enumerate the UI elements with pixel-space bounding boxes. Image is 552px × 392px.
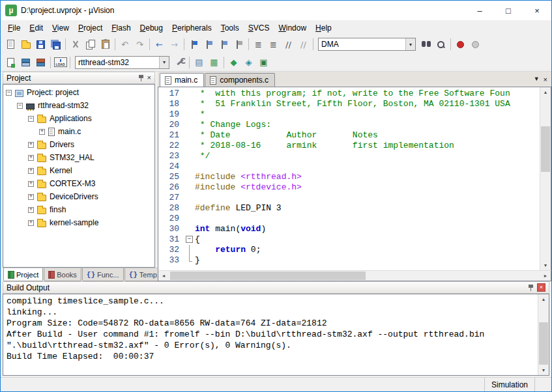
close-button[interactable]: ×	[523, 1, 551, 20]
tab-list-icon[interactable]: ▼	[534, 76, 540, 83]
panel-tab-books[interactable]: Books	[44, 268, 81, 281]
menu-project[interactable]: Project	[74, 21, 107, 35]
tree-item-main-c[interactable]: +main.c	[3, 125, 154, 138]
translate-button[interactable]	[3, 55, 18, 70]
editor-horizontal-scrollbar[interactable]: ◄ ►	[158, 270, 551, 281]
bookmark-prev-button[interactable]	[201, 37, 216, 52]
bookmark-toggle-button[interactable]	[186, 37, 201, 52]
search-combo[interactable]: DMA▾	[318, 38, 416, 51]
expand-icon[interactable]: +	[28, 220, 34, 226]
collapse-icon[interactable]: −	[17, 103, 23, 109]
panel-tab-project[interactable]: Project	[3, 268, 43, 281]
bookmark-clear-all-button[interactable]	[231, 37, 246, 52]
cut-button[interactable]	[68, 37, 83, 52]
collapse-icon[interactable]: −	[6, 90, 12, 96]
expand-icon[interactable]: +	[28, 181, 34, 187]
build-vertical-scrollbar[interactable]: ▲ ▼	[538, 294, 549, 375]
menu-view[interactable]: View	[48, 21, 74, 35]
tab-close-icon[interactable]: ×	[544, 76, 547, 83]
copy-button[interactable]	[83, 37, 98, 52]
menu-tools[interactable]: Tools	[216, 21, 244, 35]
rebuild-button[interactable]	[33, 55, 48, 70]
scroll-up-icon[interactable]: ▲	[538, 294, 549, 304]
save-button[interactable]	[33, 37, 48, 52]
tree-item-kernel[interactable]: +Kernel	[3, 164, 154, 177]
menu-window[interactable]: Window	[274, 21, 311, 35]
new-file-button[interactable]	[3, 37, 18, 52]
project-tree[interactable]: −Project: project−rtthread-stm32−Applica…	[3, 84, 155, 268]
menu-debug[interactable]: Debug	[136, 21, 167, 35]
tree-item-devicedrivers[interactable]: +DeviceDrivers	[3, 190, 154, 203]
redo-button[interactable]: ↷	[132, 37, 147, 52]
menu-file[interactable]: File	[3, 21, 25, 35]
paste-button[interactable]	[98, 37, 113, 52]
pin-icon[interactable]	[138, 74, 144, 82]
target-environment-button[interactable]: ▦	[207, 55, 222, 70]
build-button[interactable]	[18, 55, 33, 70]
tree-item-finsh[interactable]: +finsh	[3, 203, 154, 216]
outdent-button[interactable]: ≣	[251, 37, 266, 52]
minimize-button[interactable]: –	[465, 1, 494, 20]
tree-item-kernel-sample[interactable]: +kernel-sample	[3, 216, 154, 229]
maximize-button[interactable]: □	[494, 1, 523, 20]
scrollbar-thumb[interactable]	[541, 126, 550, 172]
close-icon[interactable]: ×	[537, 283, 545, 292]
scroll-up-icon[interactable]: ▲	[540, 87, 551, 97]
scroll-right-icon[interactable]: ►	[540, 273, 551, 278]
find-in-files-button[interactable]	[418, 37, 433, 52]
save-all-button[interactable]	[48, 37, 63, 52]
scroll-down-icon[interactable]: ▼	[538, 365, 549, 375]
expand-icon[interactable]: +	[28, 207, 34, 213]
uncomment-selection-button[interactable]: //	[296, 37, 311, 52]
pin-icon[interactable]	[528, 284, 534, 292]
scrollbar-thumb[interactable]	[170, 272, 366, 280]
target-combo[interactable]: rtthread-stm32▾	[75, 56, 169, 69]
breakpoint-toggle-button[interactable]	[453, 37, 468, 52]
tree-item-cortex-m3[interactable]: +CORTEX-M3	[3, 177, 154, 190]
fold-collapse-icon[interactable]: −	[186, 236, 193, 243]
manage-rte-button[interactable]: ◆	[226, 55, 241, 70]
editor-vertical-scrollbar[interactable]: ▲ ▼	[540, 87, 551, 270]
close-icon[interactable]: ×	[147, 74, 151, 81]
expand-icon[interactable]: +	[28, 168, 34, 174]
menu-peripherals[interactable]: Peripherals	[167, 21, 216, 35]
menu-flash[interactable]: Flash	[107, 21, 135, 35]
expand-icon[interactable]: +	[28, 155, 34, 161]
collapse-icon[interactable]: −	[28, 116, 34, 122]
find-button[interactable]	[433, 37, 448, 52]
breakpoint-disable-button[interactable]	[468, 37, 483, 52]
expand-icon[interactable]: +	[39, 129, 45, 135]
editor-tab-components-c[interactable]: components.c	[205, 73, 275, 87]
scroll-down-icon[interactable]: ▼	[540, 260, 551, 270]
open-file-button[interactable]	[18, 37, 33, 52]
panel-tab-func[interactable]: {}Func...	[82, 268, 124, 281]
bookmark-next-button[interactable]	[216, 37, 231, 52]
indent-button[interactable]: ≣	[266, 37, 281, 52]
expand-icon[interactable]: +	[28, 142, 34, 148]
pack-installer-button[interactable]: ◈	[241, 55, 256, 70]
menu-svcs[interactable]: SVCS	[244, 21, 274, 35]
file-extensions-button[interactable]: ▤	[192, 55, 207, 70]
tree-item-project-project[interactable]: −Project: project	[3, 86, 154, 99]
expand-icon[interactable]: +	[28, 194, 34, 200]
chevron-down-icon[interactable]: ▾	[159, 57, 169, 68]
books-window-button[interactable]: ▣	[256, 55, 271, 70]
tree-item-rtthread-stm32[interactable]: −rtthread-stm32	[3, 99, 154, 112]
chevron-down-icon[interactable]: ▾	[405, 38, 415, 50]
scroll-left-icon[interactable]: ◄	[158, 273, 169, 278]
options-for-target-button[interactable]	[172, 55, 187, 70]
tree-item-applications[interactable]: −Applications	[3, 112, 154, 125]
build-output-text[interactable]: compiling timeslice_sample.c...linking..…	[3, 294, 549, 376]
tree-item-drivers[interactable]: +Drivers	[3, 138, 154, 151]
undo-button[interactable]: ↶	[117, 37, 132, 52]
navigate-forward-button[interactable]: →	[167, 37, 182, 52]
download-button[interactable]: LOAD	[53, 55, 68, 70]
tree-item-stm32-hal[interactable]: +STM32_HAL	[3, 151, 154, 164]
scrollbar-thumb[interactable]	[539, 322, 548, 365]
comment-selection-button[interactable]: //	[281, 37, 296, 52]
menu-edit[interactable]: Edit	[25, 21, 48, 35]
navigate-back-button[interactable]: ←	[152, 37, 167, 52]
menu-help[interactable]: Help	[311, 21, 336, 35]
editor-tab-main-c[interactable]: main.c	[160, 73, 204, 87]
code-editor[interactable]: 17 * with this program; if not, write to…	[158, 87, 551, 270]
